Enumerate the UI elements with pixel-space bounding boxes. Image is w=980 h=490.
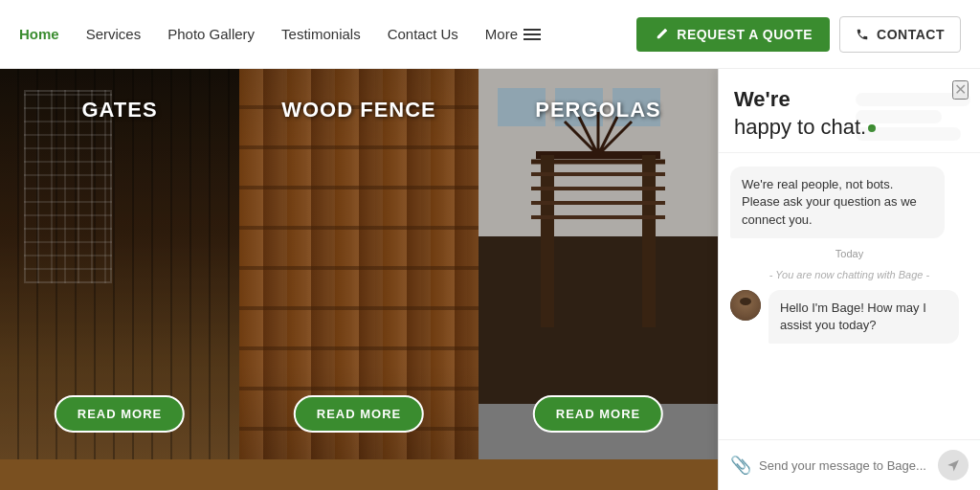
chat-header: We're happy to chat. ✕ [719,69,980,153]
woodfence-title: WOOD FENCE [281,98,436,122]
agent-avatar [730,290,761,321]
contact-label: CONTACT [877,27,945,42]
nav-links: Home Services Photo Gallery Testimonials… [19,26,636,42]
woodfence-read-more[interactable]: READ MORE [294,395,424,433]
main-content: GATES READ MORE WOOD FENCE READ MORE [0,69,980,490]
nav-contact-us[interactable]: Contact Us [388,26,458,42]
contact-button[interactable]: CONTACT [839,16,961,53]
nav-home[interactable]: Home [19,26,59,42]
nav-actions: REQUEST A QUOTE CONTACT [636,16,961,53]
navbar: Home Services Photo Gallery Testimonials… [0,0,980,69]
request-quote-button[interactable]: REQUEST A QUOTE [636,17,830,52]
agent-avatar-face [730,290,761,321]
chat-system-message: - You are now chatting with Bage - [730,269,969,280]
nav-more-label: More [485,26,518,42]
chat-intro-message: We're real people, not bots. Please ask … [730,167,945,238]
chat-title-line1: We're [734,87,791,111]
pergolas-read-more[interactable]: READ MORE [533,395,663,433]
pergolas-title: PERGOLAS [535,98,660,122]
send-icon [947,458,960,472]
nav-photo-gallery[interactable]: Photo Gallery [167,26,255,42]
pergolas-panel: PERGOLAS READ MORE [479,69,718,490]
chat-panel: We're happy to chat. ✕ We're real people… [718,69,980,490]
chat-timestamp: Today [730,248,969,259]
nav-testimonials[interactable]: Testimonials [281,26,361,42]
agent-bubble: Hello I'm Bage! How may I assist you tod… [768,290,959,344]
chat-agent-message-row: Hello I'm Bage! How may I assist you tod… [730,290,969,344]
attachment-icon[interactable]: 📎 [730,455,751,476]
edit-icon [654,27,669,42]
chat-title-line2: happy to chat. [734,115,866,139]
gates-title: GATES [81,98,157,122]
phone-icon [856,28,869,41]
chat-send-button[interactable] [938,450,969,480]
bottom-bar [0,459,718,490]
gates-panel: GATES READ MORE [0,69,239,490]
image-panels: GATES READ MORE WOOD FENCE READ MORE [0,69,718,490]
chat-ghost-decoration [856,93,970,145]
chat-input[interactable] [759,458,930,473]
gates-read-more[interactable]: READ MORE [55,395,185,433]
chat-footer: 📎 [719,439,980,490]
nav-more[interactable]: More [485,26,541,42]
woodfence-panel: WOOD FENCE READ MORE [239,69,479,490]
nav-services[interactable]: Services [86,26,142,42]
chat-body: We're real people, not bots. Please ask … [719,153,980,439]
quote-label: REQUEST A QUOTE [677,27,813,42]
hamburger-icon [523,29,541,40]
